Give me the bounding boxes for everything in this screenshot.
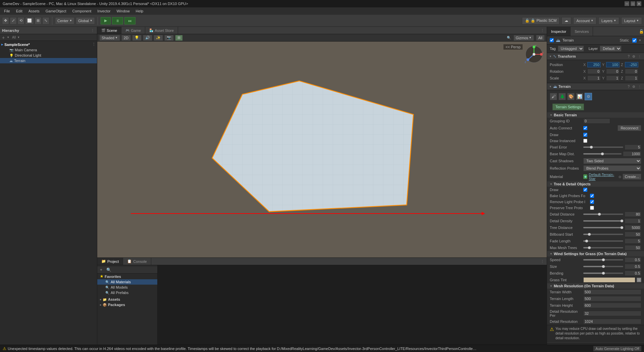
position-x-input[interactable] — [587, 62, 601, 67]
hierarchy-add-button[interactable]: + — [1, 35, 5, 40]
auto-connect-checkbox[interactable] — [583, 126, 587, 130]
gizmos-dropdown[interactable]: Gizmos ▼ — [514, 35, 534, 41]
scene-item[interactable]: ▸ SampleScene* ⋮ — [0, 42, 97, 47]
tag-dropdown[interactable]: Untagged — [558, 46, 584, 52]
pause-button[interactable]: ⏸ — [112, 17, 123, 24]
size-slider[interactable] — [583, 266, 623, 267]
layout-button[interactable]: Layout ▼ — [621, 17, 642, 24]
favorites-folder[interactable]: ★ Favorites — [97, 274, 157, 279]
bake-light-probes-checkbox[interactable] — [590, 194, 594, 198]
tab-scene[interactable]: 🎬 Scene — [97, 27, 121, 34]
auto-generate-lighting-button[interactable]: Auto Generate Lighting Off — [593, 346, 641, 351]
tool-rect[interactable]: ⊞ — [35, 17, 42, 24]
menu-edit[interactable]: Edit — [13, 8, 25, 14]
terrain-more-icon-button[interactable]: ⋮ — [637, 85, 642, 89]
terrain-question-button[interactable]: ? — [627, 85, 630, 89]
tree-distance-slider[interactable] — [583, 227, 623, 228]
search-all-dropdown[interactable]: All — [536, 35, 545, 41]
maximize-button[interactable]: □ — [631, 1, 635, 6]
cloud-button[interactable]: ☁ — [561, 17, 571, 24]
detail-density-input[interactable] — [625, 218, 641, 224]
plastic-scm-button[interactable]: 🔒 🔒 Plastic SCM — [522, 17, 559, 24]
detail-distance-slider[interactable] — [583, 214, 623, 215]
menu-file[interactable]: File — [1, 8, 13, 14]
project-add-button[interactable]: + — [99, 267, 104, 273]
project-more-button[interactable]: ⋮ — [540, 259, 545, 263]
all-models-item[interactable]: 🔍 All Models — [97, 285, 157, 290]
terrain-tool-trees[interactable]: 🌲 — [558, 93, 566, 100]
menu-invector[interactable]: Invector — [95, 8, 113, 14]
tab-console[interactable]: 📋 Console — [123, 258, 151, 265]
scene-audio-button[interactable]: 🔊 — [143, 35, 152, 41]
detail-density-slider[interactable] — [583, 220, 623, 222]
scene-gizmo[interactable]: X Y Z — [524, 44, 544, 64]
pixel-error-input[interactable] — [625, 144, 641, 150]
draw-instanced-checkbox[interactable] — [583, 139, 587, 143]
minimize-button[interactable]: ─ — [625, 1, 629, 6]
max-mesh-trees-input[interactable] — [625, 245, 641, 250]
rotation-z-input[interactable] — [625, 69, 638, 74]
bending-slider[interactable] — [583, 273, 623, 274]
hierarchy-more-button[interactable]: ⋮ — [90, 28, 95, 32]
play-button[interactable]: ▶ — [101, 17, 111, 24]
2d-button[interactable]: 2D — [121, 35, 131, 41]
menu-assets[interactable]: Assets — [26, 8, 42, 14]
layer-dropdown[interactable]: Default — [600, 46, 622, 52]
tree-detail-section-header[interactable]: ▼ Tree & Detail Objects — [547, 181, 644, 187]
project-search-button[interactable]: 🔍 — [105, 267, 113, 273]
static-checkbox[interactable] — [632, 38, 637, 43]
menu-help[interactable]: Help — [133, 8, 146, 14]
transform-question-button[interactable]: ? — [627, 55, 630, 58]
tool-hand[interactable]: ✥ — [2, 17, 9, 24]
position-y-input[interactable] — [606, 62, 620, 67]
grass-tint-color-picker[interactable]: ⊹ — [637, 278, 641, 282]
rotation-y-input[interactable] — [606, 69, 620, 74]
scene-more-button[interactable]: ⋮ — [540, 28, 545, 32]
tool-rotate[interactable]: ⟲ — [17, 17, 24, 24]
menu-window[interactable]: Window — [114, 8, 132, 14]
tab-asset-store[interactable]: 🏪 Asset Store — [145, 27, 178, 34]
scene-grid-button[interactable]: ⊞ — [175, 35, 183, 41]
fade-length-input[interactable] — [625, 238, 641, 244]
mesh-resolution-section-header[interactable]: ▼ Mesh Resolution (On Terrain Data) — [547, 283, 644, 289]
grouping-id-input[interactable] — [583, 118, 610, 124]
terrain-width-input[interactable] — [583, 289, 641, 295]
position-z-input[interactable] — [625, 62, 638, 67]
menu-component[interactable]: Component — [69, 8, 94, 14]
transform-header[interactable]: ▼ ⤡ Transform ? ⚙ ⋮ — [547, 53, 644, 60]
tree-distance-input[interactable] — [625, 225, 641, 230]
tool-transform[interactable]: ⤡ — [42, 17, 49, 24]
bending-input[interactable] — [625, 271, 641, 276]
speed-input[interactable] — [625, 257, 641, 262]
pivot-global-button[interactable]: Global ▼ — [76, 17, 95, 24]
fade-length-slider[interactable] — [583, 240, 623, 242]
object-active-checkbox[interactable] — [550, 38, 554, 42]
preserve-tree-checkbox[interactable] — [590, 206, 594, 210]
scene-viewport[interactable]: X Y Z << Persp — [97, 42, 547, 257]
tab-services[interactable]: Services — [571, 27, 593, 36]
tool-move[interactable]: ⤢ — [10, 17, 17, 24]
close-button[interactable]: ✕ — [637, 1, 641, 6]
tab-inspector[interactable]: Inspector — [547, 27, 571, 36]
terrain-settings-icon-button[interactable]: ⚙ — [632, 85, 636, 89]
scale-z-input[interactable] — [625, 75, 638, 81]
transform-settings-button[interactable]: ⚙ — [632, 55, 636, 58]
tab-game[interactable]: 🎮 Game — [121, 27, 145, 34]
size-input[interactable] — [625, 264, 641, 269]
detail-distance-input[interactable] — [625, 212, 641, 217]
all-materials-item[interactable]: 🔍 All Materials — [97, 279, 157, 285]
main-camera-item[interactable]: 📷 Main Camera — [0, 47, 97, 53]
all-prefabs-item[interactable]: 🔍 All Prefabs — [97, 290, 157, 295]
create-material-button[interactable]: Create... — [623, 174, 641, 180]
scale-y-input[interactable] — [606, 75, 620, 81]
terrain-length-input[interactable] — [583, 296, 641, 301]
base-map-dist-slider[interactable] — [583, 153, 622, 155]
account-button[interactable]: Account ▼ — [573, 17, 596, 24]
reconnect-button[interactable]: Reconnect — [618, 125, 641, 131]
detail-resolution-input[interactable] — [583, 319, 641, 324]
assets-folder[interactable]: ▸ 📁 Assets — [97, 297, 157, 302]
reflection-probes-dropdown[interactable]: Blend Probes Off Blend Probes And Skybox… — [583, 165, 641, 171]
packages-folder[interactable]: ▸ 📦 Packages — [97, 302, 157, 307]
scale-x-input[interactable] — [587, 75, 601, 81]
remove-light-probe-checkbox[interactable] — [590, 200, 594, 204]
